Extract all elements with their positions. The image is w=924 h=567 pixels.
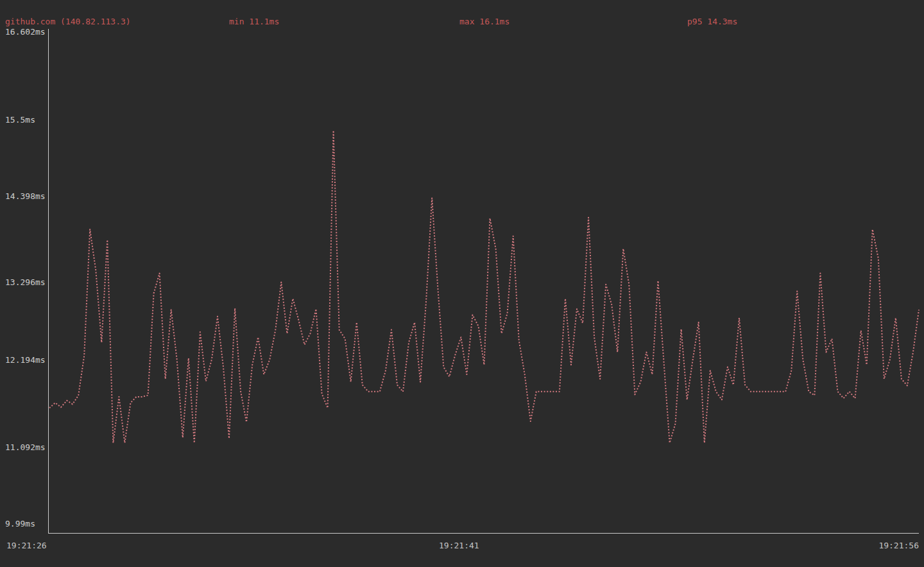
latency-plot	[0, 0, 924, 567]
x-axis-label: 19:21:41	[439, 541, 479, 550]
x-axis-label: 19:21:26	[6, 541, 47, 550]
gping-terminal-screen: github.com (140.82.113.3) min 11.1ms max…	[0, 0, 924, 567]
ping-series-path	[49, 130, 919, 443]
x-axis-label: 19:21:56	[878, 541, 919, 550]
